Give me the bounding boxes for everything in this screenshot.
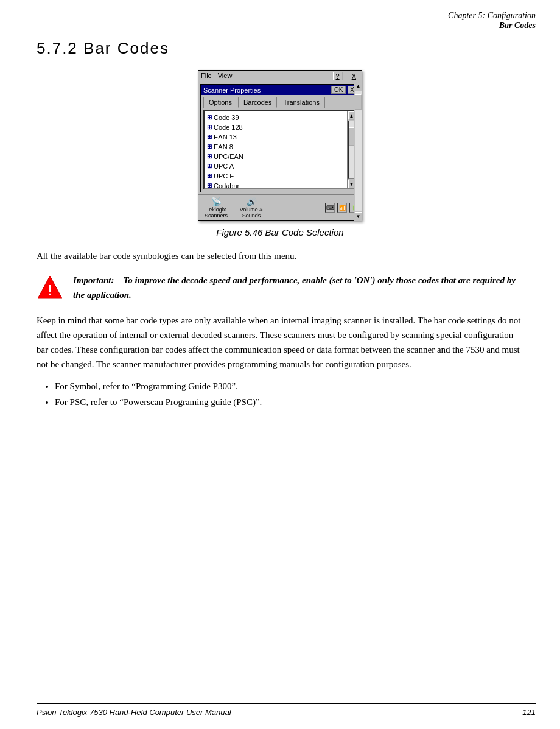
section-line: Bar Codes — [24, 21, 536, 30]
ok-button[interactable]: OK — [331, 86, 346, 94]
tab-translations[interactable]: Translations — [278, 97, 325, 108]
outer-scroll-thumb[interactable] — [355, 94, 362, 110]
outer-scroll-up[interactable]: ▲ — [355, 82, 362, 90]
list-item-label: UPC E — [214, 172, 234, 180]
outer-close-button[interactable]: X — [349, 72, 359, 80]
list-item-label: UPC/EAN — [214, 152, 243, 161]
taskbar-volume[interactable]: 🔊 Volume & Sounds — [236, 197, 267, 219]
outer-scroll-track — [355, 91, 362, 211]
volume-icon: 🔊 — [236, 197, 267, 206]
list-items: ⊞Code 39⊞Code 128⊞EAN 13⊞EAN 8⊞UPC/EAN⊞U… — [205, 111, 347, 188]
list-item[interactable]: ⊞UPC A — [206, 161, 346, 171]
list-item[interactable]: ⊞EAN 13 — [206, 132, 346, 142]
barcode-list: ⊞Code 39⊞Code 128⊞EAN 13⊞EAN 8⊞UPC/EAN⊞U… — [203, 110, 357, 189]
tabs-row: Options Barcodes Translations — [201, 95, 359, 108]
footer-left: Psion Teklogix 7530 Hand-Held Computer U… — [37, 708, 231, 717]
list-item-label: EAN 8 — [214, 143, 233, 151]
status-icon-2: 📶 — [337, 203, 347, 213]
taskbar-row: 📡 Teklogix Scanners 🔊 Volume & Sounds ⌨ … — [198, 194, 362, 220]
scanner-dialog-title: Scanner Properties — [203, 86, 261, 94]
scanner-dialog-titlebar: Scanner Properties OK X — [201, 85, 359, 95]
footer-right: 121 — [522, 708, 536, 717]
important-text-block: Important: To improve the decode speed a… — [73, 273, 523, 302]
section-heading: 5.7.2 Bar Codes — [37, 39, 523, 58]
outer-window: File View ? X Scanner Properties OK X — [198, 70, 362, 221]
important-label: Important: — [73, 275, 114, 285]
list-item-label: EAN 13 — [214, 133, 237, 141]
body-para2: Keep in mind that some bar code types ar… — [37, 313, 523, 372]
expand-icon: ⊞ — [207, 123, 212, 132]
outer-menubar: File View ? X — [198, 71, 362, 82]
expand-icon: ⊞ — [207, 181, 212, 189]
tab-options[interactable]: Options — [203, 97, 237, 108]
status-icon-1: ⌨ — [325, 203, 335, 213]
outer-scroll-down[interactable]: ▼ — [355, 212, 362, 220]
important-content: To improve the decode speed and performa… — [73, 275, 516, 300]
expand-icon: ⊞ — [207, 152, 212, 161]
taskbar-volume-label: Volume & Sounds — [236, 206, 267, 219]
expand-icon: ⊞ — [207, 143, 212, 151]
expand-icon: ⊞ — [207, 162, 212, 171]
list-item[interactable]: ⊞UPC E — [206, 171, 346, 181]
bullet-list: For Symbol, refer to “Programming Guide … — [55, 379, 523, 410]
expand-icon: ⊞ — [207, 133, 212, 141]
scanners-icon: 📡 — [201, 197, 231, 206]
body-para1: All the available bar code symbologies c… — [37, 248, 523, 263]
outer-scrollbar[interactable]: ▲ ▼ — [354, 81, 362, 221]
page-header: Chapter 5: Configuration Bar Codes — [0, 0, 560, 33]
bullet-item-1: For Symbol, refer to “Programming Guide … — [55, 379, 523, 395]
tab-barcodes[interactable]: Barcodes — [238, 97, 277, 108]
chapter-line: Chapter 5: Configuration — [24, 11, 536, 21]
list-item[interactable]: ⊞Code 128 — [206, 122, 346, 132]
menu-file[interactable]: File — [201, 72, 212, 80]
list-item[interactable]: ⊞UPC/EAN — [206, 152, 346, 161]
list-item-label: Code 39 — [214, 113, 239, 122]
menu-view[interactable]: View — [218, 72, 233, 80]
expand-icon: ⊞ — [207, 172, 212, 180]
list-item-label: UPC A — [214, 162, 234, 171]
list-item-label: Codabar — [214, 181, 239, 189]
bullet-item-2: For PSC, refer to “Powerscan Programing … — [55, 395, 523, 410]
taskbar-scanners[interactable]: 📡 Teklogix Scanners — [201, 197, 231, 219]
scanner-dialog: Scanner Properties OK X Options Barcodes… — [200, 84, 360, 192]
expand-icon: ⊞ — [207, 113, 212, 122]
list-item[interactable]: ⊞Codabar — [206, 181, 346, 189]
help-button[interactable]: ? — [333, 72, 343, 80]
svg-text:!: ! — [47, 282, 52, 298]
list-item[interactable]: ⊞Code 39 — [206, 113, 346, 122]
outer-dialog: File View ? X Scanner Properties OK X — [198, 70, 362, 221]
important-box: ! Important: To improve the decode speed… — [37, 273, 523, 303]
page-footer: Psion Teklogix 7530 Hand-Held Computer U… — [37, 703, 536, 717]
list-item-label: Code 128 — [214, 123, 243, 132]
main-content: 5.7.2 Bar Codes File View ? X Scanner Pr… — [0, 33, 560, 434]
warning-icon: ! — [37, 273, 63, 303]
list-item[interactable]: ⊞EAN 8 — [206, 142, 346, 152]
figure-caption: Figure 5.46 Bar Code Selection — [216, 227, 343, 238]
figure-container: File View ? X Scanner Properties OK X — [37, 70, 523, 238]
taskbar-scanners-label: Teklogix Scanners — [201, 206, 231, 219]
